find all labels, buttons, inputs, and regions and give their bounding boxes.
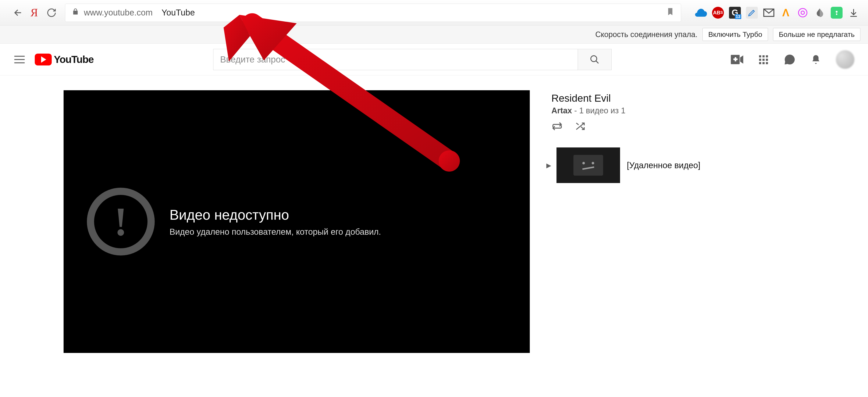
ext-google-icon[interactable]: G13 xyxy=(729,7,741,19)
ext-drop-icon[interactable] xyxy=(814,7,826,19)
playlist-controls xyxy=(551,122,792,132)
playlist-title: Resident Evil xyxy=(551,92,792,104)
hamburger-icon xyxy=(13,55,25,64)
arrow-left-icon xyxy=(10,7,22,19)
youtube-wordmark: YouTube xyxy=(54,54,94,65)
warning-icon: ! xyxy=(87,188,155,256)
notifications-button[interactable] xyxy=(809,53,822,66)
playlist-meta: - 1 видео из 1 xyxy=(572,106,625,115)
playlist-item-label: [Удаленное видео] xyxy=(624,161,701,170)
ext-lambda-icon[interactable]: Λ xyxy=(780,7,792,19)
svg-rect-17 xyxy=(763,55,765,57)
lock-icon xyxy=(72,8,79,18)
svg-line-11 xyxy=(596,61,598,63)
shuffle-icon xyxy=(574,122,586,131)
apps-button[interactable] xyxy=(757,53,770,66)
ext-shield-icon[interactable] xyxy=(831,7,843,19)
svg-point-10 xyxy=(591,56,597,62)
shuffle-button[interactable] xyxy=(574,122,586,132)
url-bar[interactable]: www.youtube.com YouTube xyxy=(65,4,681,22)
ext-circle-icon[interactable] xyxy=(797,7,809,19)
youtube-header: YouTube xyxy=(0,44,868,75)
player-error-subtitle: Видео удалено пользователем, который его… xyxy=(169,227,381,237)
header-actions xyxy=(731,50,855,69)
playlist-items: ▶ [Удаленное видео] xyxy=(545,145,799,185)
site-title: YouTube xyxy=(161,8,195,18)
infobar-message: Скорость соединения упала. xyxy=(595,30,698,39)
video-player[interactable]: ! Видео недоступно Видео удалено пользов… xyxy=(64,90,530,353)
svg-point-2 xyxy=(799,8,807,17)
svg-rect-15 xyxy=(735,57,736,61)
messages-button[interactable] xyxy=(783,53,796,66)
playlist-subtitle: Artax - 1 видео из 1 xyxy=(551,106,792,115)
playlist-header: Resident Evil Artax - 1 видео из 1 xyxy=(545,90,799,137)
bell-icon xyxy=(811,54,821,65)
create-button[interactable] xyxy=(731,53,743,66)
menu-button[interactable] xyxy=(13,55,25,64)
url-text: www.youtube.com xyxy=(84,8,153,18)
now-playing-indicator-icon: ▶ xyxy=(545,162,552,169)
enable-turbo-button[interactable]: Включить Турбо xyxy=(703,28,768,41)
svg-rect-16 xyxy=(759,55,761,57)
svg-rect-23 xyxy=(763,62,765,64)
ext-download-icon[interactable] xyxy=(848,7,860,19)
svg-rect-19 xyxy=(759,59,761,61)
ext-edit-icon[interactable] xyxy=(746,7,758,19)
extension-icons: ABS G13 Λ xyxy=(695,7,860,19)
svg-rect-24 xyxy=(766,62,768,64)
chat-bubble-icon xyxy=(784,54,796,65)
back-button[interactable] xyxy=(10,7,22,19)
ext-cloud-icon[interactable] xyxy=(695,7,707,19)
search-icon xyxy=(590,55,600,65)
deleted-video-icon xyxy=(574,155,603,176)
turbo-infobar: Скорость соединения упала. Включить Турб… xyxy=(0,25,868,44)
playlist-item-thumb xyxy=(557,147,620,183)
bookmark-button[interactable] xyxy=(666,7,675,18)
youtube-logo[interactable]: YouTube xyxy=(35,54,94,65)
search-input[interactable] xyxy=(213,49,578,70)
playlist-item[interactable]: ▶ [Удаленное видео] xyxy=(545,145,799,185)
apps-grid-icon xyxy=(758,55,768,65)
playlist-panel: Resident Evil Artax - 1 видео из 1 ▶ xyxy=(545,90,799,353)
svg-point-4 xyxy=(836,11,838,13)
playlist-author[interactable]: Artax xyxy=(551,106,572,115)
yandex-home-button[interactable]: Я xyxy=(31,6,38,19)
dismiss-turbo-button[interactable]: Больше не предлагать xyxy=(773,28,860,41)
svg-rect-18 xyxy=(766,55,768,57)
player-error-title: Видео недоступно xyxy=(169,207,381,223)
youtube-play-icon xyxy=(35,54,52,65)
svg-rect-21 xyxy=(766,59,768,61)
svg-marker-13 xyxy=(740,55,743,64)
svg-point-3 xyxy=(801,11,804,14)
reload-icon xyxy=(46,8,57,18)
svg-line-27 xyxy=(576,123,579,125)
user-avatar[interactable] xyxy=(836,50,855,69)
browser-toolbar: Я www.youtube.com YouTube ABS G13 Λ xyxy=(0,0,868,25)
ext-adblock-icon[interactable]: ABS xyxy=(712,7,724,19)
loop-icon xyxy=(551,122,563,131)
player-error-message: Видео недоступно Видео удалено пользоват… xyxy=(169,207,381,237)
video-plus-icon xyxy=(731,55,743,64)
search-button[interactable] xyxy=(578,49,612,70)
svg-rect-22 xyxy=(759,62,761,64)
page-content: ! Видео недоступно Видео удалено пользов… xyxy=(0,75,868,353)
bookmark-icon xyxy=(666,7,675,16)
reload-button[interactable] xyxy=(46,8,57,18)
svg-rect-20 xyxy=(763,59,765,61)
ext-mail-icon[interactable] xyxy=(763,7,775,19)
loop-button[interactable] xyxy=(551,122,563,132)
search-container xyxy=(213,49,612,70)
